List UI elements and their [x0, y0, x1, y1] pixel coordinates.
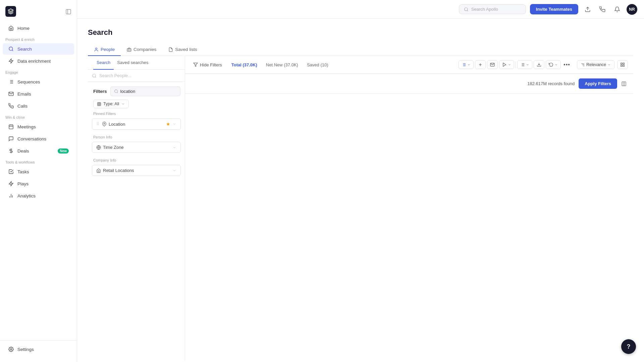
relevance-chevron-icon: [607, 63, 611, 66]
filter-chip-timezone[interactable]: Time Zone: [92, 142, 181, 153]
sidebar-item-label: Search: [17, 47, 32, 52]
page-title: Search: [88, 28, 633, 37]
sidebar-item-home[interactable]: Home: [3, 22, 74, 34]
toolbar-separator: [516, 61, 516, 68]
company-info-label: Company Info: [92, 158, 181, 162]
chevron-down-icon: [121, 102, 125, 106]
add-to-list-button[interactable]: [475, 60, 486, 69]
tab-companies-label: Companies: [133, 47, 156, 52]
sidebar-item-label: Data enrichment: [17, 59, 51, 64]
sidebar-section-prospect: Prospect & enrich: [0, 34, 77, 43]
globe-icon: [96, 145, 101, 150]
phone-icon: [8, 103, 14, 109]
type-filter[interactable]: Type: All: [93, 100, 129, 108]
filter-chip-location[interactable]: ⠿ Location ★: [92, 118, 181, 130]
filter-search-input[interactable]: [120, 89, 177, 94]
pin-icon: ★: [166, 121, 170, 127]
filters-title: Filters: [93, 89, 107, 94]
email-button[interactable]: [487, 60, 498, 69]
svg-point-19: [10, 349, 12, 350]
mail-icon: [8, 91, 14, 97]
tab-companies[interactable]: Companies: [121, 44, 162, 56]
help-button[interactable]: ?: [621, 339, 636, 354]
refresh-icon: [549, 62, 553, 67]
columns-icon: [520, 62, 525, 67]
analytics-icon: [8, 193, 14, 199]
search-apollo-placeholder: Search Apollo: [471, 7, 498, 12]
hide-filters-button[interactable]: Hide Filters: [191, 61, 225, 69]
sidebar-item-label: Deals: [17, 148, 29, 154]
sequence-button[interactable]: [499, 60, 514, 69]
bell-icon[interactable]: [612, 4, 623, 15]
apply-filters-button[interactable]: Apply Filters: [579, 78, 617, 89]
filter-search-icon: [114, 89, 118, 94]
more-options-button[interactable]: •••: [562, 60, 572, 69]
result-tab-total[interactable]: Total (37.0K): [227, 61, 261, 69]
sidebar-section-win: Win & close: [0, 112, 77, 121]
result-tab-saved[interactable]: Saved (10): [303, 61, 332, 69]
sidebar-item-data-enrichment[interactable]: Data enrichment: [3, 55, 74, 67]
sidebar-item-conversations[interactable]: Conversations: [3, 133, 74, 144]
sidebar-section-tools: Tools & workflows: [0, 157, 77, 166]
add-icon: [478, 62, 483, 67]
filter-search-box[interactable]: [110, 86, 180, 96]
result-tab-net-new[interactable]: Net New (37.0K): [262, 61, 302, 69]
sidebar-item-calls[interactable]: Calls: [3, 100, 74, 112]
sidebar: Home Prospect & enrich Search Data enric…: [0, 0, 77, 362]
more-options-icon: •••: [564, 62, 570, 68]
sidebar-item-tasks[interactable]: Tasks: [3, 166, 74, 177]
sidebar-item-emails[interactable]: Emails: [3, 88, 74, 100]
invite-teammates-button[interactable]: Invite Teammates: [530, 4, 578, 14]
home-icon: [8, 25, 14, 31]
page-content: Search People Companies Saved lists: [77, 19, 644, 362]
tab-people[interactable]: People: [88, 44, 121, 56]
sidebar-item-label: Emails: [17, 92, 31, 97]
export-list-button[interactable]: [459, 60, 474, 69]
avatar[interactable]: NR: [627, 4, 637, 15]
svg-marker-15: [9, 181, 13, 186]
relevance-button[interactable]: Relevance: [577, 60, 614, 69]
refresh-button[interactable]: [546, 60, 561, 69]
sidebar-collapse-button[interactable]: [65, 8, 71, 15]
columns-button[interactable]: [517, 60, 532, 69]
sidebar-item-settings[interactable]: Settings: [3, 344, 74, 355]
email-icon: [490, 62, 495, 67]
filter-chip-retail-locations[interactable]: Retail Locations: [92, 165, 181, 176]
table-icon: [97, 102, 101, 106]
filter-icon: [193, 62, 198, 67]
tab-saved-lists[interactable]: Saved lists: [162, 44, 203, 56]
phone-topbar-icon[interactable]: [597, 4, 608, 15]
upload-icon[interactable]: [582, 4, 593, 15]
left-tab-search[interactable]: Search: [93, 56, 114, 70]
sidebar-item-label: Analytics: [17, 193, 36, 198]
sidebar-item-sequences[interactable]: Sequences: [3, 76, 74, 87]
view-toggle-button[interactable]: [617, 60, 628, 69]
sidebar-item-label: Home: [17, 26, 30, 31]
result-tabs: Total (37.0K) Net New (37.0K) Saved (10): [227, 61, 456, 69]
seq-chevron-icon: [508, 63, 511, 66]
sidebar-item-analytics[interactable]: Analytics: [3, 190, 74, 201]
download-button[interactable]: [534, 60, 544, 69]
drag-handle-icon: ⠿: [96, 122, 99, 126]
sidebar-item-plays[interactable]: Plays: [3, 178, 74, 189]
sidebar-item-label: Plays: [17, 181, 29, 186]
sequence-icon: [502, 62, 507, 67]
columns-panel-icon[interactable]: [621, 81, 627, 86]
sidebar-item-meetings[interactable]: Meetings: [3, 121, 74, 132]
relevance-label: Relevance: [586, 62, 606, 67]
filters-header: Filters: [88, 82, 185, 100]
grid-icon: [620, 62, 625, 67]
sidebar-item-search[interactable]: Search: [3, 43, 74, 55]
svg-rect-48: [621, 63, 622, 64]
search-apollo-input[interactable]: Search Apollo: [459, 4, 526, 14]
svg-rect-51: [621, 65, 622, 66]
logo[interactable]: [5, 6, 16, 17]
sidebar-item-deals[interactable]: Deals New: [3, 145, 74, 157]
svg-rect-10: [9, 125, 13, 129]
left-tab-saved-searches[interactable]: Saved searches: [114, 56, 152, 70]
plays-icon: [8, 181, 14, 187]
tab-saved-lists-label: Saved lists: [175, 47, 197, 52]
cols-chevron-icon: [526, 63, 529, 66]
search-people-input[interactable]: [99, 73, 181, 78]
sidebar-item-label: Conversations: [17, 136, 46, 141]
